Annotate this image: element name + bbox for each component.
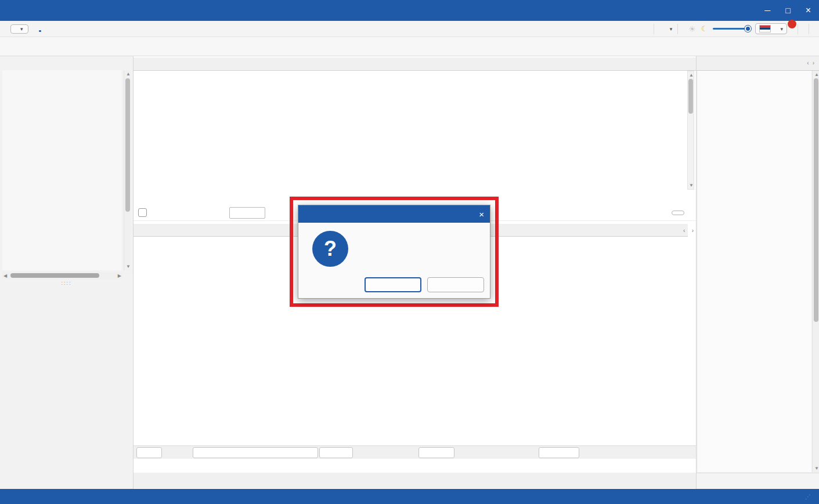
language-select[interactable]: ▾	[755, 23, 787, 34]
mail-badge	[788, 20, 796, 28]
tree-hscrollbar[interactable]: ◀ ▶	[2, 272, 122, 279]
annotation-highlight-box: × ?	[290, 197, 499, 307]
table-vscrollbar[interactable]: ▲ ▼	[687, 71, 694, 190]
menubar: ▾ ▾ ☀ ☾ ▾	[0, 21, 819, 37]
theme-slider[interactable]	[713, 28, 750, 30]
action-buttons-bar	[134, 473, 696, 488]
tab-osnovne-funkcije[interactable]	[34, 27, 46, 30]
info-panel-vscrollbar[interactable]: ▲ ▼	[812, 71, 819, 472]
sidebar: ▲ ▼ ◀ ▶ ::::	[0, 56, 134, 489]
totals-qty-field	[319, 447, 353, 458]
toolbar	[0, 37, 819, 56]
ok-button[interactable]	[365, 277, 421, 292]
maximize-icon[interactable]: □	[785, 6, 790, 15]
statusbar: ⋰	[0, 489, 819, 504]
resize-grip[interactable]: ⋰	[805, 494, 811, 500]
info-panel: ‹› ▲ ▼	[697, 56, 819, 489]
totals-value1-field	[418, 447, 454, 458]
show-all-documents-checkbox[interactable]	[138, 208, 147, 217]
moon-icon[interactable]: ☾	[701, 24, 708, 33]
sun-icon[interactable]: ☀	[688, 24, 696, 34]
titlebar: ─ □ ×	[0, 0, 819, 21]
info-tabs-scroll[interactable]: ‹›	[807, 60, 818, 66]
totals-bar	[134, 445, 696, 459]
serbia-flag-icon	[759, 25, 771, 32]
function-tree	[2, 70, 121, 270]
totals-label-field	[193, 447, 318, 458]
cancel-button[interactable]	[427, 277, 484, 292]
totals-value2-field	[539, 447, 579, 458]
close-icon[interactable]: ×	[806, 5, 811, 16]
price-level-checkboxes	[697, 473, 819, 489]
tree-vscrollbar[interactable]: ▲ ▼	[124, 70, 131, 270]
minimize-icon[interactable]: ─	[764, 6, 770, 15]
question-icon: ?	[312, 231, 348, 267]
detail-tabs-scroll[interactable]: ‹›	[681, 224, 696, 237]
confirm-dialog: × ?	[298, 205, 490, 299]
info-panel-body	[698, 71, 811, 472]
object-code-field[interactable]	[136, 447, 162, 458]
dialog-close-icon[interactable]: ×	[479, 209, 484, 219]
tab-pretraga[interactable]	[52, 27, 67, 30]
document-tabs	[134, 57, 696, 71]
refresh-button[interactable]	[672, 211, 684, 215]
documents-navigator	[134, 191, 145, 204]
info-panel-tabs	[697, 57, 819, 71]
search-input[interactable]	[229, 207, 265, 219]
year-select[interactable]: ▾	[10, 24, 28, 34]
items-navigator	[134, 459, 696, 472]
sidebar-splitter[interactable]: ::::	[0, 280, 133, 286]
